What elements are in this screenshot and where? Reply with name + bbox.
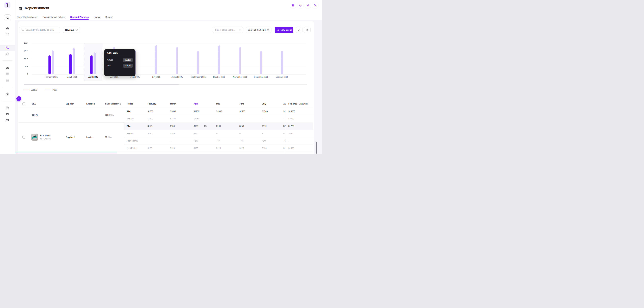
bar-plan[interactable] — [155, 45, 157, 74]
period-row-label: Plan — [127, 125, 131, 127]
table-cell: $1 — [283, 147, 286, 149]
bar-actual[interactable] — [90, 55, 92, 74]
brand-logo[interactable] — [4, 2, 10, 8]
cart-button[interactable] — [290, 2, 296, 8]
column-header-month[interactable]: July — [262, 103, 266, 105]
sidebar-item-replenishment[interactable] — [0, 45, 15, 51]
column-header-month[interactable]: August — [283, 103, 286, 105]
scrollbar-thumb[interactable] — [24, 84, 178, 85]
table-cell: – — [216, 118, 218, 120]
table-cell: $120 — [148, 132, 152, 135]
period-row-label: Plan MoM% — [127, 140, 138, 142]
column-header-month[interactable]: May — [216, 103, 220, 105]
new-event-button[interactable]: New Event — [275, 27, 294, 33]
bar-actual[interactable] — [70, 54, 72, 74]
chart-month-group[interactable]: September 2025 — [188, 43, 208, 81]
sidebar-item-stock-transfer[interactable] — [0, 51, 15, 57]
sidebar-search-button[interactable] — [4, 14, 11, 21]
tab-budget[interactable]: Budget — [106, 14, 112, 20]
column-header-month[interactable]: March — [170, 103, 176, 105]
contact-badge-icon — [6, 112, 9, 116]
table-header-divider — [18, 108, 313, 108]
sidebar-item-apps[interactable] — [0, 77, 15, 83]
table-cell: $150 — [148, 125, 152, 127]
filter-icon — [18, 97, 20, 100]
product-sku-code: GR-5AS33R — [40, 138, 51, 140]
bar-actual[interactable] — [48, 55, 51, 74]
chart-horizontal-scrollbar[interactable] — [24, 84, 307, 85]
search-input[interactable] — [25, 28, 60, 31]
sidebar-item-company[interactable] — [0, 104, 15, 111]
product-search-field[interactable] — [19, 27, 60, 33]
column-header-summary[interactable]: Feb 2025 – Jan 2026 — [288, 103, 308, 105]
tab-smart-replenishment[interactable]: Smart Replenishment — [16, 14, 38, 20]
bar-plan[interactable] — [218, 45, 220, 74]
group-divider — [18, 152, 313, 152]
bar-plan[interactable] — [94, 52, 96, 74]
column-header-month[interactable]: June — [240, 103, 244, 105]
chart-month-group[interactable]: February 2025 — [40, 43, 62, 81]
chart-month-group[interactable]: April 2025 — [83, 43, 104, 81]
bar-plan[interactable] — [281, 51, 283, 74]
bar-plan[interactable] — [197, 51, 199, 74]
sidebar-item-payments[interactable] — [0, 31, 15, 37]
search-icon — [21, 28, 24, 31]
chart-month-group[interactable]: December 2025 — [251, 43, 272, 81]
column-header-sales-velocity[interactable]: Sales Velocity — [105, 103, 118, 105]
notifications-button[interactable] — [298, 2, 303, 8]
sidebar-item-briefcase[interactable] — [0, 91, 15, 97]
chart-month-group[interactable]: March 2025 — [62, 43, 82, 81]
table-cell: – — [170, 140, 171, 142]
column-header-sku[interactable]: SKU — [32, 103, 36, 105]
export-button[interactable] — [296, 27, 302, 33]
bar-plan[interactable] — [176, 47, 178, 74]
tab-events[interactable]: Events — [94, 14, 100, 20]
x-tick-label: October 2025 — [213, 76, 225, 78]
column-header-location[interactable]: Location — [86, 103, 95, 105]
folder-search-icon — [6, 118, 9, 122]
sidebar-item-database[interactable] — [0, 71, 15, 77]
metric-dropdown[interactable]: Revenue — [63, 27, 80, 33]
x-tick-label: September 2025 — [191, 76, 206, 78]
tab-demand-planning[interactable]: Demand Planning — [70, 14, 89, 20]
row-checkbox[interactable] — [22, 136, 25, 138]
sidebar-item-document-search[interactable] — [0, 117, 15, 123]
replenishment-app-icon — [19, 6, 23, 10]
column-header-supplier[interactable]: Supplier — [66, 103, 74, 105]
select-all-checkbox[interactable] — [22, 102, 25, 105]
table-cell: $1600 — [216, 110, 222, 113]
y-tick-label: $20k — [24, 42, 28, 44]
building-icon — [6, 106, 9, 109]
chevron-down-icon — [239, 28, 241, 31]
bar-plan[interactable] — [72, 48, 75, 74]
date-range-picker[interactable]: 01.04.25-01.04.26 — [246, 27, 272, 33]
column-header-period[interactable]: Period — [127, 103, 133, 105]
sales-channel-dropdown[interactable]: Select sales channel — [212, 27, 243, 33]
chart-month-group[interactable]: August 2025 — [167, 43, 188, 81]
bar-plan[interactable] — [52, 50, 54, 74]
chart-settings-button[interactable] — [304, 27, 310, 33]
info-icon[interactable] — [120, 103, 122, 105]
chart-month-group[interactable]: October 2025 — [209, 43, 230, 81]
table-cell: $2 — [283, 125, 286, 127]
sidebar-item-market[interactable] — [0, 64, 15, 71]
messages-button[interactable] — [305, 2, 311, 8]
column-header-month[interactable]: February — [148, 103, 156, 105]
column-header-month[interactable]: April — [194, 103, 198, 105]
bar-plan[interactable] — [239, 47, 241, 74]
settings-button[interactable] — [312, 2, 318, 8]
bar-plan[interactable] — [260, 51, 262, 74]
period-row-label: Plan — [127, 110, 131, 113]
table-cell: $120 — [262, 147, 266, 149]
table-filter-button[interactable] — [16, 96, 21, 101]
table-cell: $120 — [194, 147, 198, 149]
chart-month-group[interactable]: January 2026 — [272, 43, 293, 81]
sidebar-item-dashboard[interactable] — [0, 25, 15, 31]
x-tick-label: November 2025 — [233, 76, 247, 78]
tab-replenishment-policies[interactable]: Replenishment Policies — [42, 14, 65, 20]
chart-month-group[interactable]: July 2025 — [146, 43, 167, 81]
page-vertical-scrollbar-thumb[interactable] — [316, 142, 316, 154]
chart-month-group[interactable]: November 2025 — [230, 43, 251, 81]
edit-plan-button[interactable] — [204, 124, 207, 128]
sidebar-item-contacts[interactable] — [0, 111, 15, 117]
